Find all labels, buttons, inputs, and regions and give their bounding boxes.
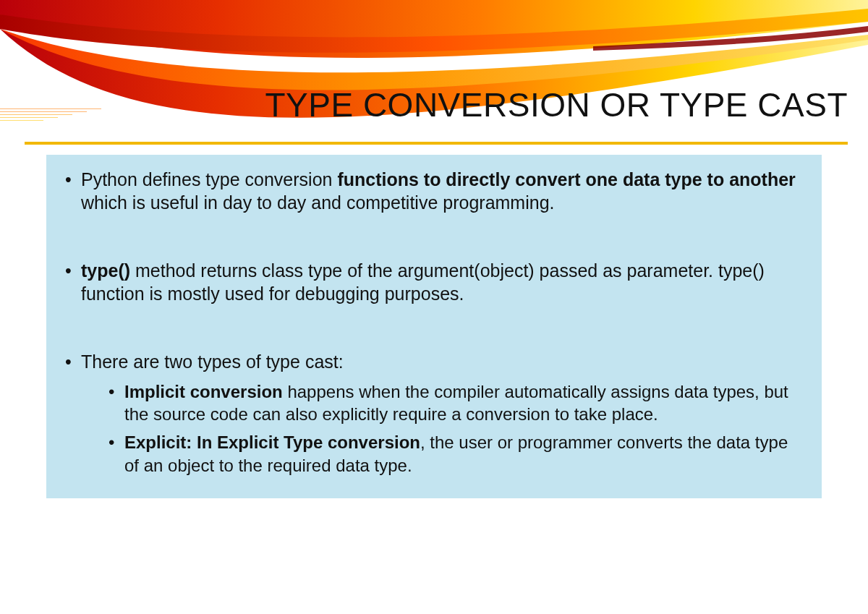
svg-rect-0 xyxy=(0,108,101,109)
svg-rect-1 xyxy=(0,111,87,112)
decorative-swoosh xyxy=(0,0,868,152)
bullet-item: Python defines type conversion functions… xyxy=(65,168,803,214)
bold-text: functions to directly convert one data t… xyxy=(337,169,795,189)
content-box: Python defines type conversion functions… xyxy=(46,155,822,498)
bullet-item: type() method returns class type of the … xyxy=(65,259,803,305)
slide-title: TYPE CONVERSION OR TYPE CAST xyxy=(204,85,848,124)
sub-bullet-item: Explicit: In Explicit Type conversion, t… xyxy=(109,431,803,476)
bold-text: Explicit: In Explicit Type conversion xyxy=(124,432,420,452)
text: method returns class type of the argumen… xyxy=(81,260,765,304)
slide: TYPE CONVERSION OR TYPE CAST Python defi… xyxy=(0,0,868,614)
bold-text: type() xyxy=(81,260,130,281)
text: Python defines type conversion xyxy=(81,169,337,189)
svg-rect-2 xyxy=(0,114,72,115)
svg-rect-4 xyxy=(0,120,43,121)
bold-text: Implicit conversion xyxy=(124,382,283,401)
divider-rule xyxy=(25,142,848,145)
text: which is useful in day to day and compet… xyxy=(81,192,555,213)
text: There are two types of type cast: xyxy=(81,351,344,372)
sub-bullet-item: Implicit conversion happens when the com… xyxy=(109,380,803,425)
svg-rect-3 xyxy=(0,117,58,118)
bullet-item: There are two types of type cast: Implic… xyxy=(65,350,803,477)
